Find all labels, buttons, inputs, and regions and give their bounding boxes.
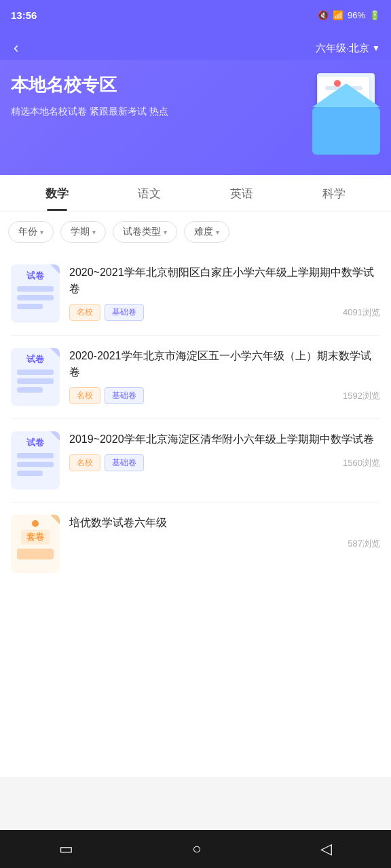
filter-year-label: 年份 bbox=[18, 226, 37, 238]
banner: 本地名校专区 精选本地名校试卷 紧跟最新考试 热点 bbox=[0, 60, 391, 175]
card-footer-2: 名校 基础卷 1592浏览 bbox=[69, 387, 380, 404]
filter-type-arrow: ▾ bbox=[164, 229, 167, 236]
tag-famous-school-3: 名校 bbox=[69, 454, 100, 471]
status-time: 13:56 bbox=[11, 9, 37, 21]
filter-row: 年份 ▾ 学期 ▾ 试卷类型 ▾ 难度 ▾ bbox=[0, 212, 391, 252]
wifi-icon: 📶 bbox=[333, 10, 343, 20]
filter-difficulty-label: 难度 bbox=[194, 226, 213, 238]
bottom-nav: ▭ ○ ◁ bbox=[0, 830, 391, 868]
main-content: 数学 语文 英语 科学 年份 ▾ 学期 ▾ 试卷类型 ▾ 难度 ▾ bbox=[0, 167, 391, 777]
doc-lines-2 bbox=[17, 370, 54, 396]
card-content-3: 2019~2020学年北京海淀区清华附小六年级上学期期中数学试卷 名校 基础卷 … bbox=[69, 431, 380, 471]
status-bar: 13:56 🔇 📶 96% 🔋 bbox=[0, 0, 391, 30]
doc-label-3: 试卷 bbox=[26, 437, 44, 449]
view-count-2: 1592浏览 bbox=[343, 390, 380, 402]
tag-basic-2: 基础卷 bbox=[105, 387, 144, 404]
nav-home-button[interactable]: ○ bbox=[176, 835, 217, 863]
exam-card-2[interactable]: 试卷 2020-2021学年北京市海淀区五一小学六年级（上）期末数学试卷 名校 … bbox=[11, 336, 380, 419]
tab-math[interactable]: 数学 bbox=[11, 180, 103, 211]
header: ‹ 六年级·北京 ▼ bbox=[0, 30, 391, 60]
filter-type[interactable]: 试卷类型 ▾ bbox=[113, 221, 177, 243]
doc-icon-2: 试卷 bbox=[11, 348, 60, 406]
suite-fold-4 bbox=[50, 515, 60, 524]
battery-level: 96% bbox=[348, 10, 365, 20]
nav-back-button[interactable]: ◁ bbox=[304, 835, 348, 863]
filter-type-label: 试卷类型 bbox=[123, 226, 161, 238]
suite-label-4: 套卷 bbox=[21, 530, 50, 545]
grade-arrow-icon: ▼ bbox=[372, 43, 380, 53]
card-title-3: 2019~2020学年北京海淀区清华附小六年级上学期期中数学试卷 bbox=[69, 431, 380, 448]
tag-famous-school-1: 名校 bbox=[69, 304, 100, 321]
doc-line bbox=[17, 387, 43, 393]
tag-basic-3: 基础卷 bbox=[105, 454, 144, 471]
doc-icon-1: 试卷 bbox=[11, 264, 60, 323]
status-icons: 🔇 📶 96% 🔋 bbox=[318, 10, 380, 20]
doc-label-1: 试卷 bbox=[26, 270, 44, 282]
nav-recent-button[interactable]: ▭ bbox=[43, 835, 90, 863]
exam-card-4[interactable]: 套卷 培优数学试卷六年级 587浏览 bbox=[11, 502, 380, 585]
envelope-illustration bbox=[305, 87, 380, 155]
doc-label-2: 试卷 bbox=[26, 353, 44, 366]
exam-card-3[interactable]: 试卷 2019~2020学年北京海淀区清华附小六年级上学期期中数学试卷 名校 基… bbox=[11, 419, 380, 502]
card-tags-3: 名校 基础卷 bbox=[69, 454, 144, 471]
mute-icon: 🔇 bbox=[318, 10, 329, 20]
suite-icon-4: 套卷 bbox=[11, 515, 60, 573]
doc-line bbox=[17, 471, 43, 476]
doc-line bbox=[17, 462, 54, 467]
banner-text: 本地名校专区 精选本地名校试卷 紧跟最新考试 热点 bbox=[11, 73, 292, 119]
card-content-4: 培优数学试卷六年级 587浏览 bbox=[69, 515, 380, 550]
filter-difficulty[interactable]: 难度 ▾ bbox=[184, 221, 229, 243]
doc-line bbox=[17, 304, 43, 309]
tag-famous-school-2: 名校 bbox=[69, 387, 100, 404]
filter-year[interactable]: 年份 ▾ bbox=[8, 221, 54, 243]
card-tags-2: 名校 基础卷 bbox=[69, 387, 144, 404]
doc-line bbox=[17, 295, 54, 300]
card-tags-1: 名校 基础卷 bbox=[69, 304, 144, 321]
card-content-1: 2020~2021学年北京朝阳区白家庄小学六年级上学期期中数学试卷 名校 基础卷… bbox=[69, 264, 380, 321]
doc-lines-1 bbox=[17, 286, 54, 313]
banner-image bbox=[292, 73, 380, 155]
view-count-3: 1560浏览 bbox=[343, 457, 380, 469]
tab-chinese[interactable]: 语文 bbox=[103, 180, 196, 211]
filter-semester-label: 学期 bbox=[71, 226, 90, 238]
envelope-body bbox=[312, 107, 380, 155]
filter-difficulty-arrow: ▾ bbox=[216, 229, 219, 236]
doc-line bbox=[17, 453, 54, 458]
doc-line bbox=[17, 286, 54, 292]
envelope-flap bbox=[312, 83, 380, 107]
tag-basic-1: 基础卷 bbox=[105, 304, 144, 321]
card-title-4: 培优数学试卷六年级 bbox=[69, 515, 380, 531]
battery-icon: 🔋 bbox=[369, 10, 380, 20]
card-footer-4: 587浏览 bbox=[69, 538, 380, 550]
doc-lines-3 bbox=[17, 453, 54, 479]
tab-science[interactable]: 科学 bbox=[288, 180, 380, 211]
card-title-2: 2020-2021学年北京市海淀区五一小学六年级（上）期末数学试卷 bbox=[69, 348, 380, 380]
doc-fold-1 bbox=[50, 264, 60, 274]
view-count-1: 4091浏览 bbox=[343, 307, 380, 319]
card-title-1: 2020~2021学年北京朝阳区白家庄小学六年级上学期期中数学试卷 bbox=[69, 264, 380, 297]
filter-semester[interactable]: 学期 ▾ bbox=[60, 221, 106, 243]
card-content-2: 2020-2021学年北京市海淀区五一小学六年级（上）期末数学试卷 名校 基础卷… bbox=[69, 348, 380, 404]
banner-title: 本地名校专区 bbox=[11, 73, 292, 97]
grade-label: 六年级·北京 bbox=[316, 42, 369, 55]
exam-card-1[interactable]: 试卷 2020~2021学年北京朝阳区白家庄小学六年级上学期期中数学试卷 名校 … bbox=[11, 252, 380, 336]
suite-bar-4 bbox=[17, 549, 54, 559]
tab-english[interactable]: 英语 bbox=[196, 180, 288, 211]
card-list: 试卷 2020~2021学年北京朝阳区白家庄小学六年级上学期期中数学试卷 名校 … bbox=[0, 252, 391, 585]
banner-desc: 精选本地名校试卷 紧跟最新考试 热点 bbox=[11, 104, 292, 119]
card-footer-1: 名校 基础卷 4091浏览 bbox=[69, 304, 380, 321]
card-footer-3: 名校 基础卷 1560浏览 bbox=[69, 454, 380, 471]
doc-fold-2 bbox=[50, 348, 60, 357]
doc-icon-3: 试卷 bbox=[11, 431, 60, 490]
filter-semester-arrow: ▾ bbox=[92, 229, 96, 236]
doc-line bbox=[17, 370, 54, 375]
filter-year-arrow: ▾ bbox=[40, 229, 43, 236]
envelope-dot bbox=[334, 80, 341, 87]
doc-fold-3 bbox=[50, 431, 60, 441]
suite-dot-4 bbox=[32, 520, 39, 527]
grade-selector[interactable]: 六年级·北京 ▼ bbox=[316, 42, 380, 55]
doc-line bbox=[17, 378, 54, 384]
back-button[interactable]: ‹ bbox=[11, 37, 21, 60]
view-count-4: 587浏览 bbox=[348, 538, 380, 550]
